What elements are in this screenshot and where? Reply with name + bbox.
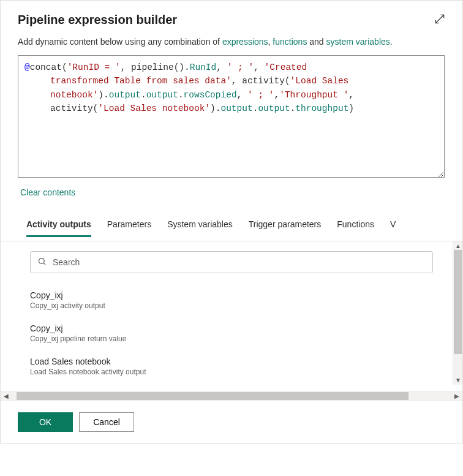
tab-functions[interactable]: Functions — [337, 216, 374, 237]
scroll-up-icon[interactable]: ▲ — [455, 243, 461, 249]
dialog-title: Pipeline expression builder — [18, 13, 177, 27]
dialog-header: Pipeline expression builder — [1, 1, 462, 33]
horizontal-scrollbar[interactable]: ◀ ▶ — [1, 391, 462, 401]
expressions-link[interactable]: expressions — [222, 37, 268, 47]
scroll-down-icon[interactable]: ▼ — [455, 377, 461, 383]
list-item-title: Copy_ixj — [30, 290, 433, 300]
system-variables-link[interactable]: system variables — [326, 37, 390, 47]
category-tabs: Activity outputs Parameters System varia… — [1, 210, 462, 237]
expand-icon[interactable] — [434, 13, 445, 26]
list-item[interactable]: Copy_ixj Copy_ixj pipeline return value — [30, 319, 433, 352]
functions-link[interactable]: functions — [273, 37, 307, 47]
tab-panel: Copy_ixj Copy_ixj activity output Copy_i… — [1, 241, 462, 385]
list-item-desc: Load Sales notebook activity output — [30, 368, 433, 376]
tab-activity-outputs[interactable]: Activity outputs — [26, 216, 91, 237]
list-item-title: Load Sales notebook — [30, 357, 433, 366]
list-item-desc: Copy_ixj activity output — [30, 301, 433, 310]
scroll-thumb[interactable] — [454, 250, 462, 354]
expression-editor[interactable]: @concat('RunID = ', pipeline().RunId, ' … — [18, 55, 445, 178]
list-item-title: Copy_ixj — [30, 323, 433, 333]
list-item-desc: Copy_ixj pipeline return value — [30, 334, 433, 343]
resize-handle-icon[interactable] — [437, 170, 443, 176]
description-text: Add dynamic content below using any comb… — [1, 33, 462, 55]
dialog-footer: OK Cancel — [1, 401, 462, 443]
list-item[interactable]: Copy_ixj Copy_ixj activity output — [30, 285, 433, 319]
tab-variables-partial[interactable]: V — [390, 216, 396, 237]
scroll-right-icon[interactable]: ▶ — [454, 393, 459, 399]
vertical-scrollbar[interactable]: ▲ ▼ — [453, 241, 462, 385]
clear-contents-link[interactable]: Clear contents — [20, 187, 75, 197]
ok-button[interactable]: OK — [18, 412, 73, 432]
scroll-left-icon[interactable]: ◀ — [4, 393, 9, 399]
svg-point-0 — [39, 259, 45, 264]
tab-trigger-parameters[interactable]: Trigger parameters — [249, 216, 322, 237]
search-icon — [37, 257, 47, 268]
expression-builder-dialog: Pipeline expression builder Add dynamic … — [0, 0, 463, 444]
search-input[interactable] — [30, 251, 433, 273]
scroll-thumb[interactable] — [17, 392, 408, 400]
tab-parameters[interactable]: Parameters — [107, 216, 151, 237]
tab-system-variables[interactable]: System variables — [167, 216, 233, 237]
list-item[interactable]: Load Sales notebook Load Sales notebook … — [30, 352, 433, 385]
outputs-list: Copy_ixj Copy_ixj activity output Copy_i… — [30, 285, 433, 385]
cancel-button[interactable]: Cancel — [79, 412, 134, 432]
